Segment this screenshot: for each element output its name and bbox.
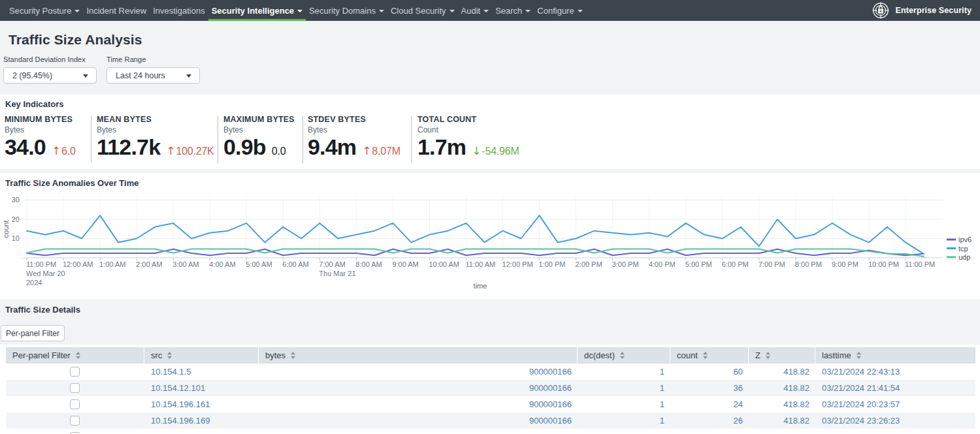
cell-lasttime: 03/21/2024 21:41:54 xyxy=(815,380,975,396)
row-checkbox[interactable] xyxy=(70,399,80,409)
column-header-z[interactable]: Z xyxy=(749,347,815,364)
cell-value-link[interactable]: 900000166 xyxy=(529,416,572,426)
kpi-label: MINIMUM BYTES xyxy=(5,115,76,124)
cell-value-link[interactable]: 1 xyxy=(660,367,664,377)
cell-bytes: 900000166 xyxy=(259,412,578,429)
cell-bytes: 900000166 xyxy=(259,380,578,396)
nav-item-configure[interactable]: Configure xyxy=(534,0,585,21)
cell-value-link[interactable]: 900000166 xyxy=(529,399,572,409)
cell-value-link[interactable]: 418.82 xyxy=(783,383,809,393)
time-range-value: Last 24 hours xyxy=(116,71,165,80)
column-header-per-panel-filter[interactable]: Per-panel Filter xyxy=(6,347,144,364)
cell-value-link[interactable]: 03/21/2024 23:26:23 xyxy=(822,416,900,426)
nav-item-security-posture[interactable]: Security Posture xyxy=(6,0,83,21)
x-tick-label: 12:00 PM xyxy=(502,260,533,268)
nav-item-cloud-security[interactable]: Cloud Security xyxy=(387,0,458,21)
details-heading: Traffic Size Details xyxy=(5,305,80,315)
column-header-label: lasttime xyxy=(822,350,851,360)
cell-value-link[interactable]: 26 xyxy=(734,416,743,426)
column-header-label: count xyxy=(677,350,698,360)
cell-value-link[interactable]: 03/21/2024 21:41:54 xyxy=(822,383,900,393)
table-row xyxy=(6,429,975,434)
chevron-down-icon xyxy=(578,10,583,12)
kpi-delta-value: 6.0 xyxy=(61,146,76,157)
legend-label-udp[interactable]: udp xyxy=(958,253,970,261)
column-header-bytes[interactable]: bytes xyxy=(259,347,578,364)
cell-value-link[interactable]: 10.154.196.169 xyxy=(151,416,210,426)
page-title: Traffic Size Analysis xyxy=(8,32,142,48)
nav-item-label: Security Posture xyxy=(9,6,71,16)
legend-label-ipv6[interactable]: ipv6 xyxy=(958,236,972,243)
cell-value-link[interactable]: 10.154.1.5 xyxy=(151,367,191,377)
kpi-value: 1.7m xyxy=(417,134,466,159)
cell-value-link[interactable]: 24 xyxy=(734,399,743,409)
column-header-lasttime[interactable]: lasttime xyxy=(815,347,975,364)
column-header-label: dc(dest) xyxy=(584,350,615,360)
column-header-src[interactable]: src xyxy=(144,347,259,364)
x-tick-label: 3:00 AM xyxy=(172,260,199,268)
kpi-value: 9.4m xyxy=(308,134,356,159)
x-tick-label: 9:00 PM xyxy=(832,260,858,268)
cell-value-link[interactable]: 418.82 xyxy=(783,367,809,377)
nav-item-label: Search xyxy=(495,6,522,16)
cell-value-link[interactable]: 36 xyxy=(734,383,743,393)
nav-item-label: Audit xyxy=(461,6,481,16)
row-checkbox[interactable] xyxy=(70,383,80,393)
cell-value-link[interactable]: 60 xyxy=(734,367,743,377)
x-tick-label: 11:00 PM xyxy=(26,260,56,268)
cell-value-link[interactable]: 1 xyxy=(660,399,664,409)
kpi-subtitle: Bytes xyxy=(97,125,214,134)
per-panel-filter-button[interactable]: Per-panel Filter xyxy=(1,325,65,341)
x-tick-label: 1:00 PM xyxy=(539,260,566,268)
x-tick-label: 1:00 AM xyxy=(99,260,125,268)
nav-item-search[interactable]: Search xyxy=(492,0,534,21)
cell-value-link[interactable]: 1 xyxy=(660,383,664,393)
cell-count: 24 xyxy=(670,396,749,412)
kpi-delta-value: 100.27K xyxy=(176,146,214,157)
kpi-value-row: 1.7m↓-54.96M xyxy=(417,134,519,159)
nav-item-audit[interactable]: Audit xyxy=(458,0,493,21)
cell-value-link[interactable]: 418.82 xyxy=(783,399,809,409)
cell-count xyxy=(670,429,749,434)
kpi-subtitle: Bytes xyxy=(223,125,295,134)
x-tick-label: 11:00 PM xyxy=(905,260,935,268)
kpi-maximum-bytes: MAXIMUM BYTESBytes0.9b0.0 xyxy=(223,115,295,159)
nav-item-label: Cloud Security xyxy=(391,6,446,16)
cell-value-link[interactable]: 900000166 xyxy=(529,367,572,377)
nav-item-security-intelligence[interactable]: Security Intelligence xyxy=(208,0,306,21)
stdev-index-select[interactable]: 2 (95.45%) xyxy=(3,67,97,84)
cell-value-link[interactable]: 10.154.196.161 xyxy=(151,399,210,409)
row-select-cell xyxy=(6,396,144,412)
cell-value-link[interactable]: 1 xyxy=(660,416,664,426)
x-tick-label: 6:00 PM xyxy=(722,260,749,268)
nav-item-security-domains[interactable]: Security Domains xyxy=(306,0,387,21)
time-range-filter: Time Range Last 24 hours xyxy=(106,55,200,84)
nav-item-investigations[interactable]: Investigations xyxy=(150,0,208,21)
x-tick-label: 2:00 PM xyxy=(576,260,602,268)
column-header-count[interactable]: count xyxy=(670,347,749,364)
nav-item-label: Security Intelligence xyxy=(212,6,294,16)
cell-value-link[interactable]: 03/21/2024 22:43:13 xyxy=(822,367,900,377)
row-checkbox[interactable] xyxy=(70,416,80,426)
chevron-down-icon xyxy=(379,10,384,12)
kpi-value-row: 0.9b0.0 xyxy=(223,134,295,159)
sort-icon xyxy=(291,352,295,359)
cell-value-link[interactable]: 03/21/2024 20:23:57 xyxy=(822,399,900,409)
x-tick-label: 5:00 PM xyxy=(685,260,712,268)
row-checkbox[interactable] xyxy=(70,367,80,377)
table-row: 10.154.196.169900000166126418.8203/21/20… xyxy=(6,412,975,429)
nav-item-incident-review[interactable]: Incident Review xyxy=(83,0,150,21)
x-tick-label: 8:00 PM xyxy=(795,260,822,268)
kpi-delta-up: ↑6.0 xyxy=(52,144,76,157)
details-table-panel: Per-panel Filtersrcbytesdc(dest)countZla… xyxy=(0,345,980,434)
time-range-select[interactable]: Last 24 hours xyxy=(106,67,200,84)
cell-value-link[interactable]: 418.82 xyxy=(783,416,809,426)
nav-item-label: Configure xyxy=(537,6,574,16)
chevron-down-icon xyxy=(186,74,191,78)
cell-value-link[interactable]: 10.154.12.101 xyxy=(151,383,205,393)
column-header-dc-dest-[interactable]: dc(dest) xyxy=(578,347,670,364)
cell-bytes xyxy=(259,429,578,434)
table-row: 10.154.196.161900000166124418.8203/21/20… xyxy=(6,396,975,412)
legend-label-tcp[interactable]: tcp xyxy=(958,245,968,253)
cell-value-link[interactable]: 900000166 xyxy=(529,383,572,393)
